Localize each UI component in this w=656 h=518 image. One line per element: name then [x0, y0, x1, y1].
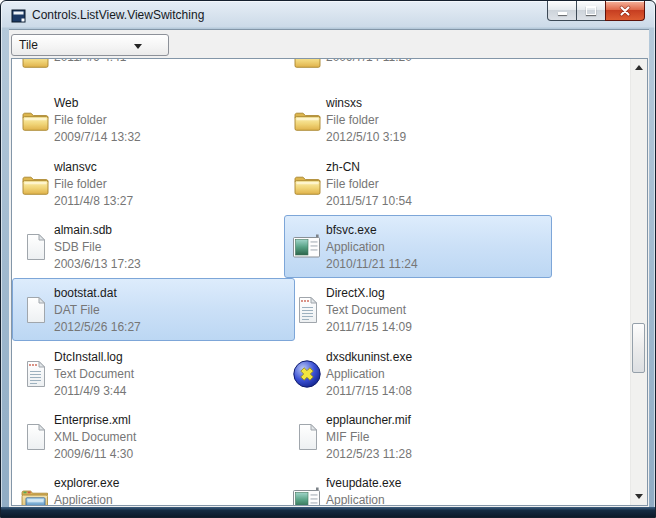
- tile-Enterprise.xml[interactable]: Enterprise.xmlXML Document2009/6/11 4:30: [12, 405, 295, 468]
- scrollbar-thumb[interactable]: [632, 323, 645, 373]
- tile-item-0[interactable]: File folder2011/4/9 4:41: [12, 59, 295, 88]
- tile-text: WebFile folder2009/7/14 13:32: [54, 95, 290, 146]
- file-name: Web: [54, 95, 290, 112]
- tile-text: zh-CNFile folder2011/5/17 10:54: [326, 159, 547, 210]
- scroll-down-button[interactable]: [631, 488, 647, 505]
- text-document-icon: [19, 358, 51, 390]
- file-type: File folder: [54, 112, 290, 129]
- explorer-icon: [19, 484, 51, 505]
- file-name: wlansvc: [54, 159, 290, 176]
- file-type: File folder: [326, 176, 547, 193]
- tile-almain.sdb[interactable]: almain.sdbSDB File2003/6/13 17:23: [12, 215, 295, 278]
- file-name: DirectX.log: [326, 285, 547, 302]
- file-type: MIF File: [326, 429, 547, 446]
- tile-canvas: File folder2011/4/9 4:41File folder2009/…: [12, 59, 630, 505]
- file-name: winsxs: [326, 95, 547, 112]
- triangle-up-icon: [635, 65, 643, 70]
- file-date: 2009/7/14 13:32: [54, 129, 290, 146]
- folder-icon: [19, 59, 51, 73]
- tile-text: File folder2009/7/14 11:20: [326, 59, 547, 66]
- text-document-icon: [291, 294, 323, 326]
- minimize-button[interactable]: [547, 1, 577, 21]
- tile-Web[interactable]: WebFile folder2009/7/14 13:32: [12, 88, 295, 151]
- file-date: 2010/11/21 11:24: [326, 256, 547, 273]
- file-name: fveupdate.exe: [326, 475, 547, 492]
- tile-bootstat.dat[interactable]: bootstat.datDAT File2012/5/26 16:27: [12, 278, 295, 341]
- file-type: File folder: [326, 112, 547, 129]
- close-button[interactable]: [605, 1, 645, 21]
- minimize-icon: [558, 12, 567, 15]
- tile-zh-CN[interactable]: zh-CNFile folder2011/5/17 10:54: [284, 152, 552, 215]
- caption-buttons: [547, 1, 645, 21]
- file-name: zh-CN: [326, 159, 547, 176]
- file-date: 2011/4/9 3:44: [54, 383, 290, 400]
- file-icon: [19, 294, 51, 326]
- file-name: almain.sdb: [54, 222, 290, 239]
- tile-item-1[interactable]: File folder2009/7/14 11:20: [284, 59, 552, 88]
- tile-bfsvc.exe[interactable]: bfsvc.exeApplication2010/11/21 11:24: [284, 215, 552, 278]
- file-date: 2012/5/23 11:28: [326, 446, 547, 463]
- tile-epplauncher.mif[interactable]: epplauncher.mifMIF File2012/5/23 11:28: [284, 405, 552, 468]
- file-type: Application: [326, 492, 547, 505]
- tile-text: bootstat.datDAT File2012/5/26 16:27: [54, 285, 290, 336]
- tile-wlansvc[interactable]: wlansvcFile folder2011/4/8 13:27: [12, 152, 295, 215]
- file-type: SDB File: [54, 239, 290, 256]
- file-type: Application: [326, 239, 547, 256]
- file-date: 2011/4/9 4:41: [54, 59, 290, 66]
- file-name: dxsdkuninst.exe: [326, 349, 547, 366]
- system-menu-icon[interactable]: [11, 8, 27, 24]
- tile-text: epplauncher.mifMIF File2012/5/23 11:28: [326, 412, 547, 463]
- titlebar[interactable]: Controls.ListView.ViewSwitching: [1, 1, 655, 29]
- triangle-down-icon: [635, 494, 643, 499]
- window-title: Controls.ListView.ViewSwitching: [32, 8, 204, 22]
- folder-icon: [19, 168, 51, 200]
- view-mode-select[interactable]: Tile: [11, 34, 169, 56]
- tile-text: dxsdkuninst.exeApplication2011/7/15 14:0…: [326, 349, 547, 400]
- scroll-up-button[interactable]: [631, 59, 647, 76]
- file-type: File folder: [54, 176, 290, 193]
- tile-dxsdkuninst.exe[interactable]: dxsdkuninst.exeApplication2011/7/15 14:0…: [284, 342, 552, 405]
- application-icon: [291, 231, 323, 263]
- file-type: Application: [326, 366, 547, 383]
- tile-text: fveupdate.exeApplication: [326, 475, 547, 505]
- vertical-scrollbar[interactable]: [630, 59, 647, 505]
- file-date: 2012/5/10 3:19: [326, 129, 547, 146]
- file-date: 2011/4/8 13:27: [54, 193, 290, 210]
- close-icon: [619, 5, 631, 17]
- tile-text: bfsvc.exeApplication2010/11/21 11:24: [326, 222, 547, 273]
- tile-text: Enterprise.xmlXML Document2009/6/11 4:30: [54, 412, 290, 463]
- maximize-button[interactable]: [576, 1, 606, 21]
- app-window: Controls.ListView.ViewSwitching Tile Fil…: [0, 0, 656, 518]
- tile-DirectX.log[interactable]: DirectX.logText Document2011/7/15 14:09: [284, 278, 552, 341]
- tile-text: wlansvcFile folder2011/4/8 13:27: [54, 159, 290, 210]
- tile-text: File folder2011/4/9 4:41: [54, 59, 290, 66]
- file-name: DtcInstall.log: [54, 349, 290, 366]
- tile-text: explorer.exeApplication: [54, 475, 290, 505]
- file-icon: [19, 231, 51, 263]
- tile-text: DirectX.logText Document2011/7/15 14:09: [326, 285, 547, 336]
- file-date: 2009/7/14 11:20: [326, 59, 547, 66]
- file-icon: [291, 421, 323, 453]
- file-date: 2011/7/15 14:09: [326, 319, 547, 336]
- window-bottom-frame: [1, 507, 655, 517]
- file-name: explorer.exe: [54, 475, 290, 492]
- chevron-down-icon: [134, 44, 142, 49]
- directx-icon: [291, 358, 323, 390]
- view-mode-value: Tile: [19, 38, 38, 52]
- file-icon: [19, 421, 51, 453]
- file-date: 2011/5/17 10:54: [326, 193, 547, 210]
- file-listview: File folder2011/4/9 4:41File folder2009/…: [11, 58, 648, 506]
- file-type: Application: [54, 492, 290, 505]
- file-type: Text Document: [54, 366, 290, 383]
- file-name: Enterprise.xml: [54, 412, 290, 429]
- tile-fveupdate.exe[interactable]: fveupdate.exeApplication: [284, 468, 552, 505]
- file-type: XML Document: [54, 429, 290, 446]
- tile-winsxs[interactable]: winsxsFile folder2012/5/10 3:19: [284, 88, 552, 151]
- tile-text: winsxsFile folder2012/5/10 3:19: [326, 95, 547, 146]
- file-date: 2012/5/26 16:27: [54, 319, 290, 336]
- tile-DtcInstall.log[interactable]: DtcInstall.logText Document2011/4/9 3:44: [12, 342, 295, 405]
- file-date: 2003/6/13 17:23: [54, 256, 290, 273]
- maximize-icon: [586, 6, 596, 15]
- folder-icon: [291, 104, 323, 136]
- tile-explorer.exe[interactable]: explorer.exeApplication: [12, 468, 295, 505]
